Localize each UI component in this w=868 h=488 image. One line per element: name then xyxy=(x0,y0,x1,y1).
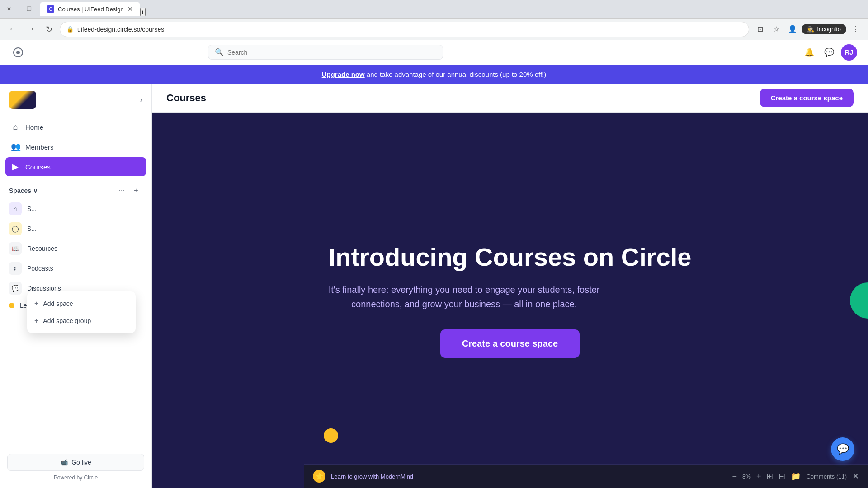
sidebar-item-home[interactable]: ⌂ Home xyxy=(5,118,146,136)
dropdown-add-space-group[interactable]: + Add space group xyxy=(27,312,136,329)
sidebar-space-s2[interactable]: ◯ S... xyxy=(0,219,151,239)
sidebar-header: › xyxy=(0,84,151,116)
go-live-label: Go live xyxy=(71,459,91,466)
sidebar-space-s1[interactable]: ⌂ S... xyxy=(0,199,151,219)
address-bar[interactable]: 🔒 uifeed-design.circle.so/courses xyxy=(60,22,749,37)
space-discussions-icon: 💬 xyxy=(9,282,22,295)
chat-fab-icon: 💬 xyxy=(837,443,849,455)
browser-maximize-btn[interactable]: ❐ xyxy=(25,5,33,13)
sidebar-space-podcasts[interactable]: 🎙 Podcasts xyxy=(0,258,151,278)
browser-tab[interactable]: C Courses | UIFeed Design ✕ xyxy=(40,2,140,16)
add-space-icon: + xyxy=(34,300,38,308)
top-bar-actions: 🔔 💬 RJ xyxy=(801,44,857,61)
tab-favicon: C xyxy=(47,5,54,13)
content-area: Courses Create a course space Introducin… xyxy=(152,84,868,488)
bottom-bar-actions: − 8% + ⊞ ⊟ 📁 Comments (11) ✕ xyxy=(732,471,859,481)
dropdown-add-space-label: Add space xyxy=(43,300,73,307)
deco-yellow-circle xyxy=(324,428,338,443)
messages-icon[interactable]: 💬 xyxy=(821,44,837,61)
bookmark-icon[interactable]: ☆ xyxy=(769,22,783,37)
bottom-bar-close-button[interactable]: ✕ xyxy=(852,471,859,481)
page-title: Courses xyxy=(166,92,206,104)
app-logo[interactable] xyxy=(11,45,25,60)
sidebar-collapse-button[interactable]: › xyxy=(140,96,142,104)
forward-button[interactable]: → xyxy=(24,22,38,37)
menu-icon[interactable]: ⋮ xyxy=(848,22,863,37)
svg-point-1 xyxy=(16,51,20,54)
zoom-in-icon[interactable]: + xyxy=(756,472,761,481)
spaces-add-button[interactable]: + xyxy=(130,184,142,197)
camera-icon: 📹 xyxy=(60,459,68,466)
incognito-button[interactable]: 🕵 Incognito xyxy=(802,24,846,34)
space-resources-label: Resources xyxy=(27,245,57,252)
deco-green-arc xyxy=(850,282,868,319)
go-live-button[interactable]: 📹 Go live xyxy=(7,454,144,471)
url-text: uifeed-design.circle.so/courses xyxy=(77,26,742,33)
dropdown-add-space[interactable]: + Add space xyxy=(27,295,136,312)
space-s1-icon: ⌂ xyxy=(9,202,22,215)
back-button[interactable]: ← xyxy=(5,22,20,37)
home-icon: ⌂ xyxy=(11,122,20,132)
notification-icon: ⭐ xyxy=(313,470,326,483)
main-layout: › ⌂ Home 👥 Members ▶ Courses Spaces xyxy=(0,84,868,488)
sidebar-item-courses[interactable]: ▶ Courses xyxy=(5,157,146,176)
view-icon[interactable]: ⊞ xyxy=(766,471,773,481)
space-s1-label: S... xyxy=(27,205,37,212)
space-podcasts-label: Podcasts xyxy=(27,265,53,272)
sidebar: › ⌂ Home 👥 Members ▶ Courses Spaces xyxy=(0,84,152,488)
brand-logo xyxy=(9,91,36,109)
spaces-actions: ··· + xyxy=(115,184,142,197)
space-s2-label: S... xyxy=(27,225,37,232)
sidebar-nav: ⌂ Home 👥 Members ▶ Courses xyxy=(0,116,151,179)
spaces-dropdown: + Add space + Add space group xyxy=(27,291,136,333)
lock-icon: 🔒 xyxy=(66,26,74,33)
courses-icon: ▶ xyxy=(11,162,20,172)
browser-minimize-btn[interactable]: ─ xyxy=(15,5,23,13)
banner-text: and take advantage of our annual discoun… xyxy=(367,70,547,78)
avatar[interactable]: RJ xyxy=(841,44,857,61)
hero-subtitle: It's finally here: everything you need t… xyxy=(329,282,600,311)
search-input[interactable] xyxy=(227,49,436,56)
members-icon: 👥 xyxy=(11,142,20,152)
hero-section: Introducing Courses on Circle It's final… xyxy=(329,243,692,358)
search-icon: 🔍 xyxy=(215,48,224,56)
space-s2-icon: ◯ xyxy=(9,222,22,235)
notifications-icon[interactable]: 🔔 xyxy=(801,44,817,61)
browser-close-btn[interactable]: ✕ xyxy=(5,5,13,13)
hero-title: Introducing Courses on Circle xyxy=(329,243,692,272)
profile-icon[interactable]: 👤 xyxy=(785,22,800,37)
spaces-more-button[interactable]: ··· xyxy=(115,184,128,197)
hero-create-course-button[interactable]: Create a course space xyxy=(440,329,580,358)
sidebar-item-courses-label: Courses xyxy=(25,163,51,171)
spaces-title[interactable]: Spaces ∨ xyxy=(9,187,38,194)
spaces-chevron-icon: ∨ xyxy=(33,187,38,194)
upgrade-link[interactable]: Upgrade now xyxy=(322,70,365,78)
space-podcasts-icon: 🎙 xyxy=(9,262,22,275)
cast-icon[interactable]: ⊡ xyxy=(753,22,767,37)
new-tab-button[interactable]: + xyxy=(140,8,146,16)
bottom-notification-bar: ⭐ Learn to grow with ModernMind − 8% + ⊞… xyxy=(304,464,868,488)
create-course-button[interactable]: Create a course space xyxy=(760,89,854,107)
top-bar: 🔍 🔔 💬 RJ xyxy=(0,40,868,65)
search-bar[interactable]: 🔍 xyxy=(208,45,443,60)
space-discussions-label: Discussions xyxy=(27,285,61,292)
comments-label: Comments (11) xyxy=(806,473,847,480)
notification-text: Learn to grow with ModernMind xyxy=(331,473,727,480)
content-header: Courses Create a course space xyxy=(152,84,868,113)
layout-icon[interactable]: ⊟ xyxy=(778,471,785,481)
incognito-icon: 🕵 xyxy=(807,26,814,33)
zoom-out-icon[interactable]: − xyxy=(732,472,737,481)
spaces-section-header: Spaces ∨ ··· + xyxy=(0,179,151,199)
dropdown-add-space-group-label: Add space group xyxy=(43,317,91,324)
reload-button[interactable]: ↻ xyxy=(42,22,56,37)
space-resources-icon: 📖 xyxy=(9,242,22,255)
chat-fab-button[interactable]: 💬 xyxy=(831,437,854,461)
tab-title: Courses | UIFeed Design xyxy=(58,6,124,13)
sidebar-item-members[interactable]: 👥 Members xyxy=(5,137,146,156)
learn-design-dot-icon xyxy=(9,303,14,308)
zoom-level: 8% xyxy=(742,473,751,480)
upgrade-banner: Upgrade now and take advantage of our an… xyxy=(0,65,868,84)
tab-close-icon[interactable]: ✕ xyxy=(127,5,133,13)
folder-icon[interactable]: 📁 xyxy=(791,471,801,481)
sidebar-space-resources[interactable]: 📖 Resources xyxy=(0,239,151,258)
